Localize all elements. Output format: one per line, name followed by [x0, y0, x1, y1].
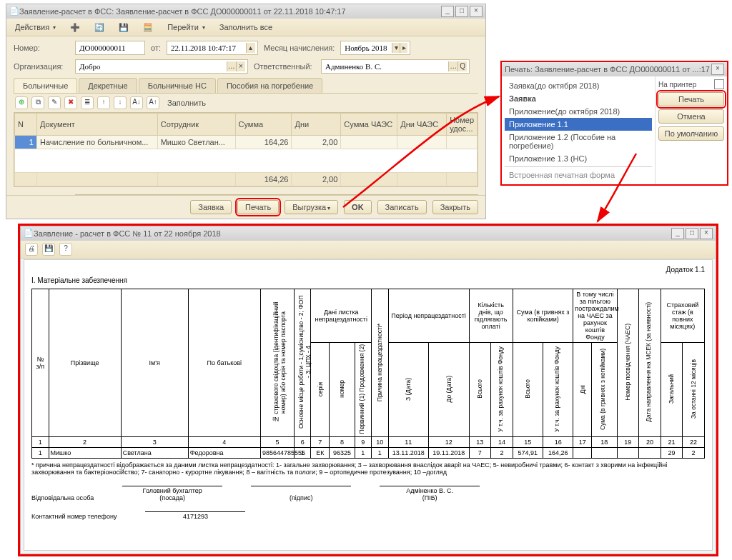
report-sheet[interactable]: Додаток 1.1 І. Матеріальне забезпечення …: [24, 259, 713, 551]
to-printer-checkbox[interactable]: [714, 79, 724, 89]
month-step-icon[interactable]: ▸: [400, 43, 407, 53]
annex-label: Додаток 1.1: [31, 266, 705, 274]
row-copy-icon[interactable]: ⧉: [31, 96, 44, 109]
col-emp[interactable]: Сотрудник: [157, 114, 235, 136]
main-window: 📄 Заявление-расчет в ФСС: Заявление-расч…: [6, 4, 486, 219]
btn-export[interactable]: Выгрузка: [285, 200, 338, 214]
report-minimize[interactable]: _: [671, 228, 684, 239]
label-month: Месяц начисления:: [264, 44, 335, 52]
report-title: Заявление - расчет в ФСС № 11 от 22 нояб…: [34, 229, 221, 238]
close-button[interactable]: ×: [470, 6, 483, 17]
table-row[interactable]: 1 Начисление по больничном... Мишко Свет…: [15, 136, 478, 149]
popup-close-icon[interactable]: ×: [711, 64, 724, 75]
popup-cancel-button[interactable]: Отмена: [658, 109, 724, 124]
footer-bar: Заявка Печать Выгрузка OK Записать Закры…: [6, 195, 485, 219]
month-dropdown-icon[interactable]: ▾: [392, 43, 400, 53]
label-number: Номер:: [14, 44, 69, 52]
report-toolbar: 🖨 💾 ?: [21, 241, 716, 259]
print-item[interactable]: Приложение(до октября 2018): [505, 105, 652, 118]
report-close[interactable]: ×: [700, 228, 713, 239]
index-row: 1234 5678 9101112 13141516 17181920 2122: [32, 437, 705, 448]
row-delete-icon[interactable]: ✖: [64, 96, 77, 109]
to-printer-row[interactable]: На принтер: [658, 79, 724, 89]
print-forms-list: Заявка(до октября 2018) Заявка Приложени…: [502, 76, 655, 184]
resp-open-icon[interactable]: Q: [458, 61, 467, 71]
print-dialog: Печать: Заявление-расчет в ФСС ДО0000000…: [500, 61, 728, 186]
row-sort2-icon[interactable]: A↑: [147, 96, 159, 109]
row-up-icon[interactable]: ↑: [97, 96, 110, 109]
report-help-icon[interactable]: ?: [59, 243, 72, 256]
label-from: от:: [151, 44, 161, 52]
col-doc[interactable]: Документ: [36, 114, 157, 136]
print-item[interactable]: Заявка(до октября 2018): [505, 79, 652, 92]
org-lookup-icon[interactable]: …: [227, 61, 236, 71]
label-org: Организация:: [14, 62, 69, 71]
tab-sick[interactable]: Больничные: [14, 78, 77, 93]
date-stepper-icon[interactable]: ▴: [246, 43, 255, 53]
field-month[interactable]: ▾▸: [340, 41, 410, 55]
col-sum-chaes[interactable]: Сумма ЧАЭС: [341, 114, 397, 136]
app-icon: 📄: [9, 6, 19, 16]
window-title: Заявление-расчет в ФСС: Заявление-расчет…: [19, 7, 346, 16]
tb-refresh-icon[interactable]: 🔄: [90, 21, 109, 34]
row-edit-icon[interactable]: ✎: [48, 96, 61, 109]
popup-title: Печать: Заявление-расчет в ФСС ДО0000000…: [505, 65, 710, 74]
print-builtin-label: Встроенная печатная форма: [505, 169, 652, 181]
field-number[interactable]: [75, 41, 145, 55]
grid-fill[interactable]: Заполнить: [163, 97, 210, 109]
section-header: І. Матеріальне забезпечення: [31, 276, 705, 284]
report-window: 📄 Заявление - расчет в ФСС № 11 от 22 но…: [18, 224, 718, 556]
col-days-chaes[interactable]: Дни ЧАЭС: [397, 114, 447, 136]
data-row: 1 Мишко Светлана Федоровна 985644785555 …: [32, 448, 705, 459]
report-maximize[interactable]: □: [686, 228, 698, 239]
btn-save[interactable]: Записать: [377, 200, 427, 214]
resp-lookup-icon[interactable]: …: [448, 61, 458, 71]
print-item[interactable]: Приложение 1.2 (Пособие на погребение): [505, 131, 652, 152]
tb-new-icon[interactable]: ➕: [66, 21, 84, 34]
report-title-bar: 📄 Заявление - расчет в ФСС № 11 от 22 но…: [21, 226, 716, 241]
col-cert[interactable]: Номер удос...: [447, 114, 478, 136]
org-clear-icon[interactable]: ×: [236, 61, 245, 71]
print-item-zayavka[interactable]: Заявка: [505, 92, 652, 105]
col-days[interactable]: Дни: [292, 114, 341, 136]
fill-all[interactable]: Заполнить все: [215, 21, 277, 33]
grid-toolbar: ⊕ ⧉ ✎ ✖ ≣ ↑ ↓ A↓ A↑ Заполнить: [14, 94, 478, 112]
tel-row: Контактний номер телефону 4171293: [31, 511, 705, 520]
print-item-selected[interactable]: Приложение 1.1: [505, 118, 652, 131]
goto-menu[interactable]: Перейти: [163, 21, 209, 33]
tab-sick-ns[interactable]: Больничные НС: [139, 78, 216, 93]
report-save-icon[interactable]: 💾: [42, 243, 55, 256]
col-sum[interactable]: Сумма: [235, 114, 292, 136]
col-n[interactable]: N: [15, 114, 37, 136]
tab-maternity[interactable]: Декретные: [79, 78, 137, 93]
print-item[interactable]: Приложение 1.3 (НС): [505, 152, 652, 165]
minimize-button[interactable]: _: [441, 6, 454, 17]
data-grid[interactable]: N Документ Сотрудник Сумма Дни Сумма ЧАЭ…: [14, 112, 478, 187]
totals-row: 164,26 2,00: [15, 173, 478, 186]
main-toolbar: Действия ➕ 🔄 💾 🧮 Перейти Заполнить все: [6, 19, 485, 36]
field-org[interactable]: …×: [75, 59, 248, 74]
tb-find-icon[interactable]: 🧮: [139, 21, 157, 34]
print-buttons-panel: На принтер Печать Отмена По умолчанию: [655, 76, 727, 184]
row-sort-icon[interactable]: A↓: [130, 96, 143, 109]
actions-menu[interactable]: Действия: [11, 21, 60, 33]
field-resp[interactable]: …Q: [321, 59, 470, 74]
popup-print-button[interactable]: Печать: [658, 92, 724, 106]
btn-ok[interactable]: OK: [344, 200, 372, 214]
popup-title-bar: Печать: Заявление-расчет в ФСС ДО0000000…: [502, 62, 727, 76]
row-down-icon[interactable]: ↓: [114, 96, 127, 109]
tab-funeral[interactable]: Пособия на погребение: [217, 78, 322, 93]
field-date[interactable]: ▴: [167, 41, 258, 55]
popup-default-button[interactable]: По умолчанию: [658, 126, 724, 141]
title-bar: 📄 Заявление-расчет в ФСС: Заявление-расч…: [6, 4, 485, 19]
btn-print[interactable]: Печать: [237, 200, 279, 214]
label-resp: Ответственный:: [254, 62, 315, 71]
tb-save-icon[interactable]: 💾: [114, 21, 133, 34]
maximize-button[interactable]: □: [455, 6, 468, 17]
report-table: № з/п Прізвище Ім'я По батькові № страхо…: [31, 289, 705, 459]
row-add-icon[interactable]: ⊕: [15, 96, 28, 109]
report-print-icon[interactable]: 🖨: [25, 243, 38, 256]
btn-close[interactable]: Закрыть: [432, 200, 478, 214]
row-end-icon[interactable]: ≣: [81, 96, 94, 109]
btn-zayavka[interactable]: Заявка: [190, 200, 232, 214]
